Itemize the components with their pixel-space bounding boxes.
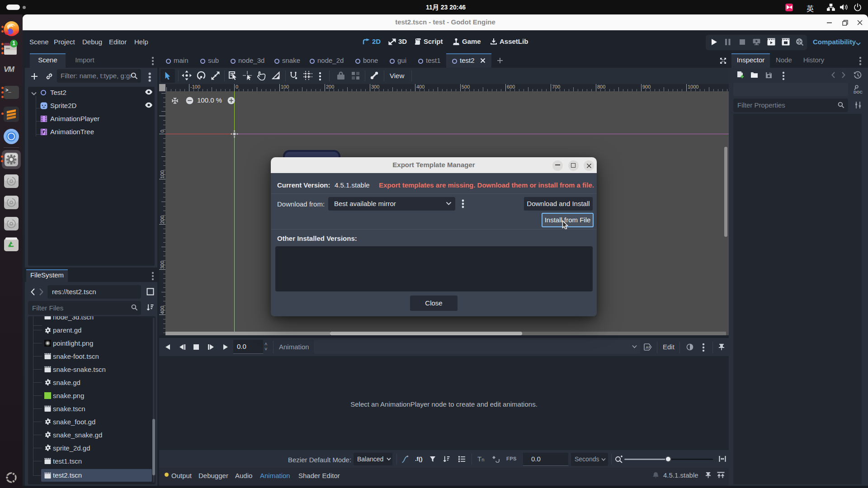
svg-text:A: A: [646, 345, 649, 350]
